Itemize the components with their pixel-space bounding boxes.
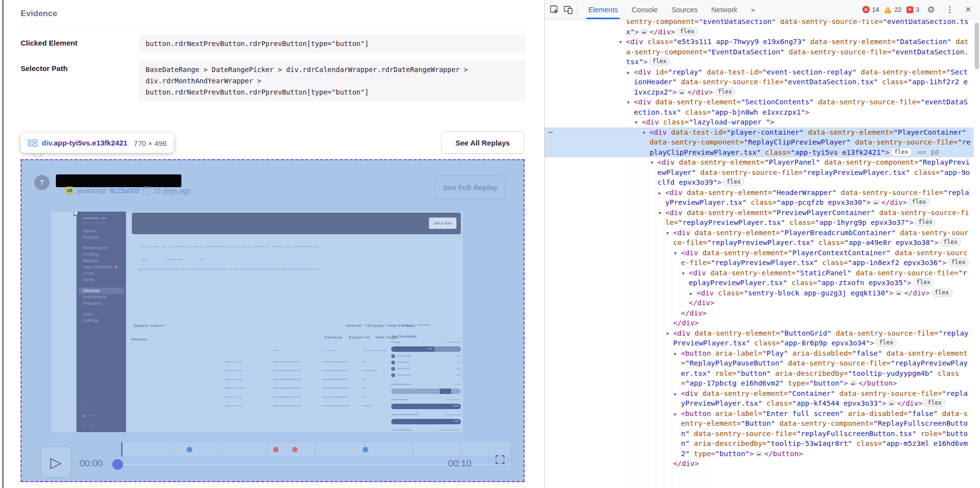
- inspect-element-icon[interactable]: [548, 3, 561, 17]
- issues-count[interactable]: 3: [916, 6, 919, 13]
- event-timeline[interactable]: [122, 442, 511, 456]
- mini-tour-button[interactable]: Get a Tour: [429, 218, 456, 229]
- flex-badge[interactable]: flex: [948, 258, 969, 267]
- collapsed-content-ellipsis[interactable]: …: [895, 290, 903, 296]
- tab-console[interactable]: Console: [625, 0, 664, 19]
- devtools-tree-node[interactable]: ▼⋯<div data-test-id="player-container" d…: [545, 127, 974, 158]
- expand-arrow-open[interactable]: ▼: [682, 268, 684, 279]
- collapsed-content-ellipsis[interactable]: …: [888, 400, 896, 406]
- expand-arrow-open[interactable]: ▼: [619, 37, 622, 48]
- settings-gear-icon[interactable]: ⚙: [924, 3, 938, 17]
- console-warnings-count[interactable]: 22: [894, 6, 901, 13]
- flex-badge[interactable]: flex: [931, 289, 953, 297]
- devtools-tree-node[interactable]: ▼<div data-sentry-element="PlayerContext…: [545, 248, 974, 268]
- mini-sidebar-item-replays[interactable]: Replays: [76, 258, 126, 264]
- devtools-tree-node[interactable]: ▼<div data-sentry-element="StaticPanel" …: [545, 268, 974, 288]
- devtools-tree-node[interactable]: sentry-component="EventDataSection" data…: [545, 20, 974, 37]
- devtools-tree-node[interactable]: ▶<button aria-label="Play" aria-disabled…: [545, 348, 974, 389]
- scrollbar-thumb[interactable]: [975, 23, 979, 69]
- devtools-tree-node[interactable]: ▶<div class="sentry-block app-guzg3j egq…: [545, 288, 974, 298]
- mini-sidebar-item-crons[interactable]: Crons: [76, 270, 126, 277]
- devtools-tree-node[interactable]: </div>: [545, 308, 974, 318]
- mini-export-all-button[interactable]: Export All: [349, 335, 370, 340]
- expand-arrow-closed[interactable]: ▶: [658, 188, 661, 198]
- flex-badge[interactable]: flex: [908, 198, 930, 206]
- devtools-tree-node[interactable]: ▼<div data-sentry-element="ButtonGrid" d…: [545, 328, 974, 348]
- mini-sidebar-item-releases[interactable]: Releases: [76, 300, 126, 307]
- devtools-scrollbar[interactable]: [974, 21, 980, 487]
- collapsed-content-ellipsis[interactable]: …: [755, 451, 763, 457]
- flex-badge[interactable]: flex: [876, 339, 897, 347]
- flex-badge[interactable]: flex: [714, 88, 735, 96]
- node-options-icon[interactable]: ⋯: [549, 127, 553, 138]
- devtools-tree-node[interactable]: ▶<div data-sentry-element="Container" da…: [545, 389, 974, 409]
- expand-arrow-closed[interactable]: ▶: [690, 289, 692, 299]
- tab-elements[interactable]: Elements: [581, 0, 625, 19]
- mini-sidebar-item-profiling[interactable]: Profiling: [76, 251, 126, 258]
- expand-arrow-open[interactable]: ▼: [674, 248, 677, 259]
- mini-sidebar-item-projects[interactable]: Projects: [76, 234, 126, 241]
- mini-sidebar-item-dashboards[interactable]: Dashboards: [76, 294, 126, 300]
- expand-arrow-open[interactable]: ▼: [643, 128, 645, 138]
- flex-badge[interactable]: flex: [924, 399, 945, 407]
- device-toolbar-icon[interactable]: [561, 3, 575, 17]
- expand-arrow-closed[interactable]: ▶: [674, 389, 677, 399]
- devtools-dom-tree[interactable]: sentry-component="EventDataSection" data…: [545, 20, 974, 488]
- more-tabs-chevron[interactable]: »: [744, 0, 762, 19]
- mini-columns-button[interactable]: Columns: [324, 335, 343, 340]
- expand-arrow-open[interactable]: ▼: [666, 329, 669, 339]
- play-button[interactable]: ▷: [40, 446, 72, 478]
- fullscreen-button[interactable]: [488, 448, 512, 471]
- mini-sidebar-item-issues[interactable]: Issues: [76, 228, 126, 234]
- timeline-event-marker[interactable]: [273, 447, 278, 452]
- replay-id-link[interactable]: 8c15a009: [109, 187, 140, 195]
- mini-sidebar-item-stats[interactable]: Stats: [76, 311, 126, 317]
- replay-player-container[interactable]: T JS javascript 8c15a009 15 days ago See…: [21, 159, 525, 482]
- flex-badge[interactable]: flex: [891, 148, 912, 156]
- flex-badge[interactable]: flex: [913, 278, 934, 287]
- timeline-event-marker[interactable]: [292, 447, 298, 452]
- tab-sources[interactable]: Sources: [665, 0, 704, 19]
- collapsed-content-ellipsis[interactable]: …: [678, 89, 686, 95]
- devtools-tree-node[interactable]: ▶<div id="replay" data-test-id="event-se…: [545, 67, 974, 98]
- flex-badge[interactable]: flex: [940, 238, 961, 246]
- expand-arrow-open[interactable]: ▼: [651, 158, 653, 168]
- devtools-tree-node[interactable]: ▼<div data-sentry-element="PlayerPanel" …: [545, 157, 974, 188]
- devtools-tree-node[interactable]: ▶<div data-sentry-element="HeaderWrapper…: [545, 188, 974, 208]
- console-warnings-icon[interactable]: !: [884, 6, 892, 13]
- devtools-tree-node[interactable]: ▼<div data-sentry-element="PreviewPlayer…: [545, 208, 974, 228]
- timeline-event-marker[interactable]: [187, 447, 192, 452]
- collapsed-content-ellipsis[interactable]: …: [850, 380, 857, 386]
- expand-arrow-closed[interactable]: ▶: [674, 409, 677, 419]
- mini-sidebar-item-alerts[interactable]: Alerts: [76, 277, 126, 283]
- flex-badge[interactable]: flex: [723, 178, 744, 186]
- flex-badge[interactable]: flex: [915, 218, 936, 226]
- expand-arrow-closed[interactable]: ▶: [674, 349, 677, 359]
- close-devtools-icon[interactable]: ✕: [961, 3, 975, 17]
- expand-arrow-open[interactable]: ▼: [658, 208, 661, 219]
- devtools-tree-node[interactable]: </div>: [545, 298, 974, 308]
- kebab-menu-icon[interactable]: ⋮: [943, 3, 956, 17]
- devtools-tree-node[interactable]: ▼<div class="lazyload-wrapper ">: [545, 117, 974, 127]
- devtools-tree-node[interactable]: ▼<div data-sentry-element="PlayerBreadcr…: [545, 228, 974, 248]
- mini-sidebar-item-discover[interactable]: Discover: [78, 288, 124, 294]
- console-errors-count[interactable]: 14: [872, 6, 879, 13]
- see-all-replays-button[interactable]: See All Replays: [441, 131, 524, 154]
- expand-arrow-open[interactable]: ▼: [666, 228, 669, 239]
- devtools-tree-node[interactable]: ▶<button aria-label="Enter full screen" …: [545, 409, 974, 459]
- expand-arrow-open[interactable]: ▼: [635, 118, 637, 128]
- issues-icon[interactable]: ✕: [906, 6, 913, 13]
- collapsed-content-ellipsis[interactable]: …: [872, 199, 880, 205]
- flex-badge[interactable]: flex: [649, 57, 670, 66]
- timeline-event-marker[interactable]: [363, 447, 368, 452]
- see-full-replay-button[interactable]: See Full Replay: [434, 175, 506, 199]
- flex-badge[interactable]: flex: [677, 27, 698, 36]
- console-errors-icon[interactable]: ✕: [862, 6, 870, 13]
- devtools-tree-node[interactable]: </div>: [545, 318, 974, 328]
- scrubber-handle[interactable]: [112, 459, 123, 470]
- devtools-tree-node[interactable]: ▼<div class="e5t3s1i1 app-7hwyy9 e19x6ng…: [545, 37, 974, 67]
- devtools-tree-node[interactable]: </div>: [545, 459, 974, 469]
- expand-arrow-open[interactable]: ▼: [627, 98, 629, 108]
- collapsed-content-ellipsis[interactable]: …: [640, 29, 648, 35]
- tab-network[interactable]: Network: [704, 0, 744, 19]
